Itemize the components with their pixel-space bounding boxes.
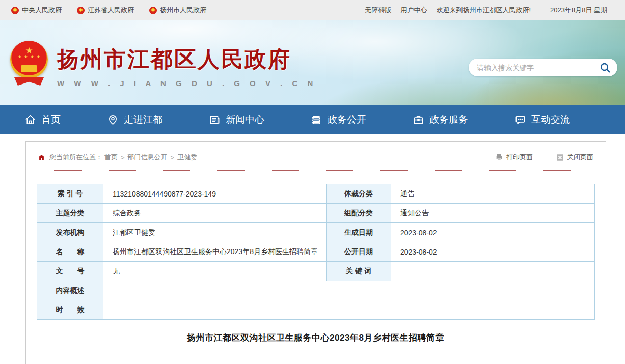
- meta-label: 文 号: [37, 262, 103, 281]
- nav-item-about[interactable]: 走进江都: [107, 113, 162, 126]
- site-title: 扬州市江都区人民政府: [57, 45, 317, 74]
- meta-label: 关 键 词: [327, 262, 391, 281]
- meta-value: 2023-08-02: [391, 242, 595, 262]
- meta-label: 名 称: [37, 242, 103, 262]
- search-bar: [469, 59, 617, 76]
- chat-icon: [514, 114, 526, 126]
- link-central-gov[interactable]: 中央人民政府: [11, 6, 62, 15]
- article-title: 扬州市江都区双沟社区卫生服务中心2023年8月乡村医生招聘简章: [37, 332, 594, 344]
- breadcrumb-dept-info[interactable]: 部门信息公开: [128, 153, 168, 162]
- meta-value: 无: [103, 262, 327, 281]
- home-icon: [38, 154, 45, 161]
- table-row: 主题分类 综合政务 组配分类 通知公告: [37, 204, 595, 223]
- gov-links-group: 中央人民政府 江苏省人民政府 扬州市人民政府: [11, 6, 222, 15]
- search-icon[interactable]: [599, 62, 611, 74]
- nav-label: 政务服务: [429, 113, 468, 126]
- topbar-right-group: 无障碍版 用户中心 欢迎来到扬州市江都区人民政府! 2023年8月8日 星期二: [356, 6, 614, 15]
- page-tools: 打印页面 关闭页面: [472, 153, 593, 162]
- breadcrumb-prefix: 您当前所在位置：: [49, 153, 102, 162]
- meta-value: 扬州市江都区双沟社区卫生服务中心2023年8月乡村医生招聘简章: [103, 242, 327, 262]
- breadcrumb-separator: >: [171, 154, 175, 161]
- table-row: 发布机构 江都区卫健委 生成日期 2023-08-02: [37, 223, 595, 242]
- gov-link-label: 江苏省人民政府: [88, 6, 134, 15]
- current-date: 2023年8月8日 星期二: [550, 6, 614, 15]
- accessibility-link[interactable]: 无障碍版: [365, 6, 391, 15]
- newspaper-icon: [209, 114, 221, 126]
- meta-label: 体裁分类: [327, 184, 391, 204]
- breadcrumb-current[interactable]: 卫健委: [177, 153, 197, 162]
- emblem-ribbon: [14, 77, 44, 86]
- nav-item-home[interactable]: 首页: [24, 113, 61, 126]
- content-panel: 您当前所在位置： 首页 > 部门信息公开 > 卫健委 打印页面 关闭页面: [25, 141, 606, 364]
- meta-value: 通告: [391, 184, 595, 204]
- close-page-button[interactable]: 关闭页面: [556, 153, 593, 162]
- table-row: 索 引 号 113210880144490877-2023-149 体裁分类 通…: [37, 184, 595, 204]
- meta-label: 生成日期: [327, 223, 391, 242]
- user-center-link[interactable]: 用户中心: [400, 6, 427, 15]
- meta-label: 发布机构: [37, 223, 103, 242]
- top-utility-bar: 中央人民政府 江苏省人民政府 扬州市人民政府 无障碍版 用户中心 欢迎来到扬州市…: [0, 0, 625, 20]
- meta-value: 综合政务: [103, 204, 327, 223]
- meta-value: 113210880144490877-2023-149: [103, 184, 327, 204]
- main-nav: 首页 走进江都 新闻中心 政务公开 政务服务 互动交流: [0, 105, 625, 134]
- gov-link-label: 中央人民政府: [22, 6, 62, 15]
- meta-label: 组配分类: [327, 204, 391, 223]
- breadcrumb-separator: >: [121, 154, 125, 161]
- nav-label: 走进江都: [124, 113, 162, 126]
- meta-label: 时 效: [37, 300, 103, 320]
- table-row: 名 称 扬州市江都区双沟社区卫生服务中心2023年8月乡村医生招聘简章 公开日期…: [37, 242, 595, 262]
- welcome-text: 欢迎来到扬州市江都区人民政府!: [436, 6, 531, 15]
- print-label: 打印页面: [506, 153, 533, 162]
- books-icon: [311, 114, 322, 126]
- breadcrumb-row: 您当前所在位置： 首页 > 部门信息公开 > 卫健委 打印页面 关闭页面: [37, 152, 594, 171]
- meta-label: 内容概述: [37, 281, 103, 300]
- table-row: 文 号 无 关 键 词: [37, 262, 595, 281]
- link-jiangsu-gov[interactable]: 江苏省人民政府: [77, 6, 134, 15]
- site-title-block: 扬州市江都区人民政府 W W W . J I A N G D U . G O V…: [57, 45, 317, 88]
- breadcrumb: 您当前所在位置： 首页 > 部门信息公开 > 卫健委: [38, 153, 199, 162]
- meta-value: 2023-08-02: [391, 223, 595, 242]
- meta-value: 江都区卫健委: [103, 223, 327, 242]
- content-area: 您当前所在位置： 首页 > 部门信息公开 > 卫健委 打印页面 关闭页面: [0, 134, 625, 364]
- national-emblem-icon: [11, 7, 19, 14]
- search-input[interactable]: [477, 64, 599, 72]
- table-row: 时 效: [37, 300, 595, 320]
- table-row: 内容概述: [37, 281, 595, 300]
- nav-item-interaction[interactable]: 互动交流: [514, 113, 570, 126]
- article-divider: [37, 358, 594, 358]
- meta-value: [103, 281, 595, 300]
- meta-value: [391, 262, 595, 281]
- national-emblem-icon: [77, 7, 85, 14]
- meta-value: [103, 300, 595, 320]
- nav-label: 政务公开: [328, 113, 366, 126]
- meta-label: 主题分类: [37, 204, 103, 223]
- meta-label: 索 引 号: [37, 184, 103, 204]
- site-banner: ★ ★★★★ 扬州市江都区人民政府 W W W . J I A N G D U …: [0, 20, 625, 105]
- briefcase-icon: [413, 114, 424, 126]
- close-icon: [556, 154, 564, 161]
- gov-link-label: 扬州市人民政府: [160, 6, 206, 15]
- print-icon: [495, 153, 503, 161]
- nav-item-news[interactable]: 新闻中心: [209, 113, 264, 126]
- nav-item-gov-service[interactable]: 政务服务: [413, 113, 468, 126]
- nav-item-gov-open[interactable]: 政务公开: [311, 113, 366, 126]
- national-emblem-icon: ★ ★★★★: [10, 41, 48, 78]
- national-emblem-icon: [149, 7, 157, 14]
- nav-label: 互动交流: [531, 113, 570, 126]
- breadcrumb-home[interactable]: 首页: [104, 153, 118, 162]
- meta-label: 公开日期: [327, 242, 391, 262]
- home-icon: [24, 114, 36, 126]
- link-yangzhou-gov[interactable]: 扬州市人民政府: [149, 6, 206, 15]
- document-meta-table: 索 引 号 113210880144490877-2023-149 体裁分类 通…: [37, 184, 595, 320]
- site-url: W W W . J I A N G D U . G O V . C N: [57, 79, 317, 88]
- site-logo[interactable]: ★ ★★★★: [10, 41, 48, 87]
- print-page-button[interactable]: 打印页面: [495, 153, 533, 162]
- nav-label: 首页: [41, 113, 61, 126]
- map-pin-icon: [107, 114, 119, 126]
- nav-label: 新闻中心: [226, 113, 264, 126]
- meta-value: 通知公告: [391, 204, 595, 223]
- close-label: 关闭页面: [567, 153, 593, 162]
